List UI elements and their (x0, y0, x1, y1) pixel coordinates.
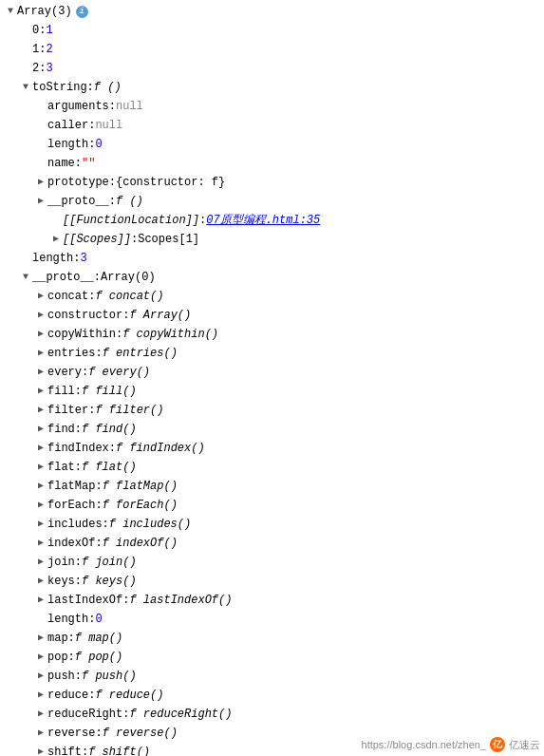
collapse-arrow[interactable] (34, 176, 47, 189)
console-line-join: join: f join() (0, 553, 544, 572)
console-line-concat: concat: f concat() (0, 287, 544, 306)
collapse-arrow[interactable] (34, 195, 47, 208)
property-value: null (116, 98, 143, 115)
property-key: length (47, 136, 88, 153)
console-panel: Array(3)i0: 11: 22: 3toString: f ()argum… (0, 0, 544, 756)
separator: : (82, 364, 88, 381)
separator: : (39, 22, 46, 39)
separator: : (95, 345, 102, 362)
console-line-proto-array: __proto__: Array(0) (0, 268, 544, 287)
property-key: 0 (32, 22, 39, 39)
property-value: 0 (95, 611, 102, 628)
collapse-arrow[interactable] (34, 594, 47, 607)
collapse-arrow[interactable] (34, 537, 47, 550)
property-value: f reduce() (95, 687, 163, 704)
console-line-find: find: f find() (0, 420, 544, 439)
separator: : (68, 649, 75, 666)
console-line-copywithin: copyWithin: f copyWithin() (0, 325, 544, 344)
console-line-every: every: f every() (0, 363, 544, 382)
collapse-arrow[interactable] (34, 423, 47, 436)
separator: : (73, 250, 80, 267)
separator: : (109, 174, 116, 191)
property-value: f shift() (88, 744, 150, 756)
property-key: [[Scopes]] (63, 231, 131, 248)
console-line-flat: flat: f flat() (0, 458, 544, 477)
separator: : (95, 497, 102, 514)
property-value: Scopes[1] (138, 231, 199, 248)
separator: : (95, 725, 102, 742)
separator: : (88, 402, 95, 419)
property-key: push (47, 668, 75, 685)
collapse-arrow[interactable] (34, 461, 47, 474)
property-value: "" (82, 155, 95, 172)
console-line-filter: filter: f filter() (0, 401, 544, 420)
expand-arrow[interactable] (19, 81, 32, 94)
collapse-arrow[interactable] (34, 689, 47, 702)
separator: : (75, 554, 82, 571)
console-line-func-location: [[FunctionLocation]]: 07原型编程.html:35 (0, 211, 544, 230)
property-value: f indexOf() (103, 535, 178, 552)
collapse-arrow[interactable] (34, 385, 47, 398)
console-line-length-ts: length: 0 (0, 135, 544, 154)
separator: : (88, 288, 95, 305)
collapse-arrow[interactable] (34, 328, 47, 341)
collapse-arrow[interactable] (34, 708, 47, 721)
property-value: 0 (95, 136, 102, 153)
property-value: f () (94, 79, 122, 96)
console-line-findindex: findIndex: f findIndex() (0, 439, 544, 458)
collapse-arrow[interactable] (34, 556, 47, 569)
collapse-arrow[interactable] (34, 480, 47, 493)
separator: : (75, 459, 82, 476)
collapse-arrow[interactable] (34, 347, 47, 360)
collapse-arrow[interactable] (34, 366, 47, 379)
console-line-includes: includes: f includes() (0, 515, 544, 534)
collapse-arrow[interactable] (34, 746, 47, 756)
property-value: 1 (46, 22, 52, 39)
property-key: every (47, 364, 82, 381)
property-key: pop (47, 649, 68, 666)
separator: : (75, 155, 82, 172)
property-value[interactable]: 07原型编程.html:35 (206, 212, 320, 229)
watermark-url: https://blog.csdn.net/zhen_ (362, 739, 486, 750)
collapse-arrow[interactable] (34, 499, 47, 512)
collapse-arrow[interactable] (49, 233, 63, 246)
property-value: f includes() (109, 516, 191, 533)
collapse-arrow[interactable] (34, 309, 47, 322)
property-value: f concat() (95, 288, 163, 305)
property-value: f push() (82, 668, 137, 685)
property-key: 2 (32, 60, 39, 77)
console-line-map: map: f map() (0, 629, 544, 648)
collapse-arrow[interactable] (34, 404, 47, 417)
console-line-proto-ts: __proto__: f () (0, 192, 544, 211)
property-value: f pop() (75, 649, 122, 666)
collapse-arrow[interactable] (34, 727, 47, 740)
property-key: shift (47, 744, 82, 756)
property-key: fill (47, 383, 75, 400)
expand-arrow[interactable] (19, 271, 32, 284)
info-icon[interactable]: i (76, 6, 88, 18)
property-value: f reduceRight() (129, 706, 232, 723)
collapse-arrow[interactable] (34, 518, 47, 531)
property-value: f entries() (103, 345, 178, 362)
console-line-scopes: [[Scopes]]: Scopes[1] (0, 230, 544, 249)
property-value: f filter() (95, 402, 163, 419)
separator: : (109, 440, 116, 457)
console-line-arguments: arguments: null (0, 97, 544, 116)
separator: : (109, 98, 116, 115)
console-line-reduceright: reduceRight: f reduceRight() (0, 705, 544, 724)
console-line-idx-2: 2: 3 (0, 59, 544, 78)
property-key: caller (47, 117, 88, 134)
collapse-arrow[interactable] (34, 442, 47, 455)
separator: : (122, 706, 129, 723)
collapse-arrow[interactable] (34, 651, 47, 664)
collapse-arrow[interactable] (34, 632, 47, 645)
property-key: name (47, 155, 75, 172)
console-line-length-proto: length: 0 (0, 610, 544, 629)
separator: : (122, 307, 129, 324)
collapse-arrow[interactable] (34, 670, 47, 683)
collapse-arrow[interactable] (34, 575, 47, 588)
collapse-arrow[interactable] (34, 290, 47, 303)
console-line-push: push: f push() (0, 667, 544, 686)
expand-arrow[interactable] (4, 5, 17, 18)
property-key: arguments (47, 98, 109, 115)
